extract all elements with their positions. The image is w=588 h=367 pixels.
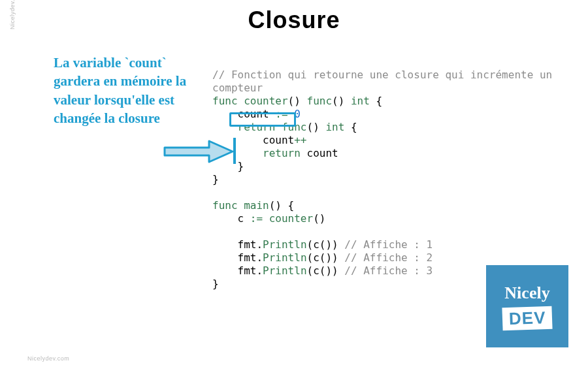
indent xyxy=(212,264,238,277)
op: := xyxy=(250,212,263,225)
dot: . xyxy=(256,251,263,264)
paren: () xyxy=(269,199,282,212)
paren: ) xyxy=(332,264,338,277)
dot: . xyxy=(256,264,263,277)
paren: () xyxy=(332,95,344,107)
paren: () xyxy=(319,238,332,251)
paren: () xyxy=(319,264,332,277)
paren: () xyxy=(313,212,325,225)
indent xyxy=(212,212,238,225)
indent xyxy=(212,134,263,146)
paren: ) xyxy=(332,238,338,251)
kw: int xyxy=(319,121,345,133)
ident: counter xyxy=(238,95,288,107)
kw: func xyxy=(212,199,238,212)
paren: () xyxy=(288,95,301,107)
indent xyxy=(212,147,263,159)
indent xyxy=(212,108,238,120)
code-block: // Fonction qui retourne une closure qui… xyxy=(212,69,552,291)
paren: () xyxy=(307,121,319,133)
brace: } xyxy=(212,278,219,290)
paren: ( xyxy=(307,251,314,264)
indent xyxy=(212,251,238,264)
code-comment: // Fonction qui retourne une closure qui… xyxy=(212,69,552,81)
op: ++ xyxy=(294,134,306,146)
annotation-text: La variable `count` gardera en mémoire l… xyxy=(54,54,191,127)
ident: count xyxy=(263,134,294,146)
dot: . xyxy=(256,238,263,251)
kw: func xyxy=(301,95,332,107)
ident: count xyxy=(238,108,276,120)
brand-top-text: Nicely xyxy=(504,283,549,303)
ident: c xyxy=(313,251,319,264)
indent xyxy=(212,121,238,133)
ident: c xyxy=(313,264,319,277)
ident: fmt xyxy=(238,264,257,277)
ident: fmt xyxy=(238,238,257,251)
paren: ) xyxy=(332,251,338,264)
ident: Println xyxy=(263,238,306,251)
brace: } xyxy=(238,160,244,172)
ident: fmt xyxy=(238,251,257,264)
ident: Println xyxy=(263,251,306,264)
paren: ( xyxy=(307,264,314,277)
kw: int xyxy=(344,95,370,107)
brace: } xyxy=(212,173,219,185)
page-title: Closure xyxy=(0,7,588,34)
brace: { xyxy=(370,95,382,107)
ident: c xyxy=(313,238,319,251)
brand-logo: Nicely DEV xyxy=(486,265,568,347)
kw: return func xyxy=(238,121,307,133)
paren: () xyxy=(319,251,332,264)
kw: return xyxy=(263,147,301,159)
kw: func xyxy=(212,95,238,107)
ident: c xyxy=(238,212,250,225)
brace: { xyxy=(344,121,357,133)
op: := xyxy=(275,108,287,120)
indent xyxy=(212,238,238,251)
paren: ( xyxy=(307,238,314,251)
ident: main xyxy=(238,199,269,212)
brace: { xyxy=(282,199,294,212)
watermark-bottom: Nicelydev.com xyxy=(27,355,69,362)
ident: counter xyxy=(263,212,313,225)
ident: count xyxy=(301,147,338,159)
code-comment: // Affiche : 3 xyxy=(338,264,433,277)
ident: Println xyxy=(263,264,306,277)
indent xyxy=(212,160,238,172)
brand-bottom-text: DEV xyxy=(502,306,553,330)
code-comment: // Affiche : 1 xyxy=(338,238,433,251)
number: 0 xyxy=(288,108,301,120)
code-comment: compteur xyxy=(212,82,263,94)
code-comment: // Affiche : 2 xyxy=(338,251,433,264)
